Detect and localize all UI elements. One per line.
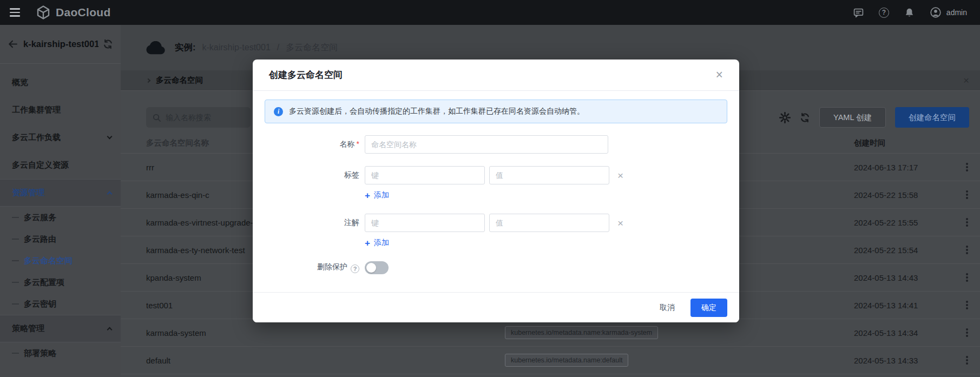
name-field-label: 名称 (340, 140, 355, 148)
created-time: 2024-06-13 17:17 (854, 163, 954, 172)
create-namespace-button[interactable]: 创建命名空间 (895, 107, 969, 128)
modal-close-icon[interactable] (716, 69, 723, 81)
add-label-button[interactable]: 添加 (365, 190, 389, 200)
annotation-value-input[interactable] (489, 214, 609, 232)
tree-dash (12, 239, 19, 240)
created-time: 2024-05-22 15:54 (854, 246, 954, 255)
cancel-button[interactable]: 取消 (660, 303, 675, 313)
tree-dash (12, 217, 19, 218)
row-actions-icon[interactable] (966, 304, 968, 306)
refresh-icon[interactable] (800, 113, 810, 123)
help-tooltip-icon[interactable] (351, 264, 359, 273)
chevron-down-icon (107, 134, 113, 140)
row-actions-icon[interactable] (966, 166, 968, 168)
brand-name: DaoCloud (56, 6, 111, 19)
username[interactable]: admin (946, 8, 967, 17)
sidebar-nav: 概览 工作集群管理 多云工作负载 多云自定义资源 资源管理 多云服务 (0, 64, 121, 364)
sidebar-item-multicloud-routes[interactable]: 多云路由 (0, 228, 121, 250)
sidebar-header: k-kairship-test001 (0, 25, 121, 64)
breadcrumb-separator: / (277, 43, 279, 52)
modal-footer: 取消 确定 (253, 292, 739, 322)
namespace-name[interactable]: default (121, 356, 505, 365)
yaml-create-button[interactable]: YAML 创建 (819, 107, 886, 128)
daocloud-logo-icon (36, 5, 50, 19)
modal-body: 多云资源创建后，会自动传播指定的工作集群，如工作集群已存在同名资源会自动纳管。 … (253, 91, 739, 274)
brand: DaoCloud (36, 5, 111, 19)
sidebar-item-overview[interactable]: 概览 (0, 69, 121, 96)
created-time: 2024-05-13 14:33 (854, 356, 954, 365)
instance-label: 实例: (175, 42, 196, 54)
label-chip: kubernetes.io/metadata.name:karmada-syst… (505, 326, 658, 339)
chevron-up-icon (107, 327, 113, 333)
sidebar-group-resource-management[interactable]: 资源管理 (0, 179, 121, 207)
add-label-row: 添加 (365, 190, 727, 201)
row-actions-icon[interactable] (966, 221, 968, 223)
notification-bell-icon[interactable] (904, 7, 915, 18)
cloud-icon (146, 41, 166, 55)
sidebar-item-multicloud-configmaps[interactable]: 多云配置项 (0, 272, 121, 293)
sidebar-item-custom-resources[interactable]: 多云自定义资源 (0, 151, 121, 179)
chevron-right-icon[interactable] (146, 78, 150, 82)
app-root: DaoCloud (0, 0, 980, 377)
created-time: 2024-05-13 14:43 (854, 273, 954, 282)
label-chip: kubernetes.io/metadata.name:default (505, 354, 628, 367)
instance-name: k-kairship-test001 (23, 39, 98, 49)
delete-protection-toggle[interactable] (365, 261, 389, 274)
labels-field-label: 标签 (265, 170, 365, 180)
plus-icon (365, 239, 370, 248)
modal-header: 创建多云命名空间 (253, 59, 739, 91)
help-icon[interactable] (879, 8, 889, 18)
tree-dash (12, 353, 19, 354)
table-row: karmada-system kubernetes.io/metadata.na… (121, 319, 980, 347)
close-icon[interactable] (963, 75, 969, 85)
row-actions-icon[interactable] (966, 249, 968, 251)
namespace-name[interactable]: karmada-system (121, 328, 505, 338)
annotations-field-row: 注解 (265, 214, 727, 232)
namespace-name-input[interactable] (365, 135, 608, 154)
sidebar-item-multicloud-namespaces[interactable]: 多云命名空间 (0, 250, 121, 272)
created-time: 2024-05-13 14:34 (854, 328, 954, 338)
topbar: DaoCloud (0, 0, 980, 25)
add-annotation-button[interactable]: 添加 (365, 238, 389, 248)
hamburger-menu-icon[interactable] (10, 8, 20, 17)
label-value-input[interactable] (489, 166, 609, 184)
sidebar-item-multicloud-workloads[interactable]: 多云工作负载 (0, 124, 121, 151)
tree-dash (12, 260, 19, 261)
row-actions-icon[interactable] (966, 276, 968, 279)
user-menu[interactable]: admin (930, 6, 967, 18)
row-actions-icon[interactable] (966, 332, 968, 334)
info-banner-text: 多云资源创建后，会自动传播指定的工作集群，如工作集群已存在同名资源会自动纳管。 (289, 107, 584, 116)
create-namespace-modal: 创建多云命名空间 多云资源创建后，会自动传播指定的工作集群，如工作集群已存在同名… (253, 59, 739, 322)
gear-icon[interactable] (779, 112, 791, 123)
avatar-icon[interactable] (930, 6, 942, 18)
switch-instance-icon[interactable] (103, 39, 113, 49)
add-annotation-row: 添加 (365, 237, 727, 248)
sidebar-item-cluster-management[interactable]: 工作集群管理 (0, 96, 121, 124)
sidebar-item-multicloud-services[interactable]: 多云服务 (0, 207, 121, 228)
search-input[interactable] (166, 113, 245, 122)
message-icon[interactable] (853, 7, 864, 18)
tree-dash (12, 282, 19, 283)
annotations-field-label: 注解 (265, 218, 365, 228)
plus-icon (365, 191, 370, 200)
breadcrumb-instance[interactable]: k-kairship-test001 (202, 43, 271, 52)
delete-protection-label: 删除保护 (317, 262, 347, 271)
sidebar-item-multicloud-secrets[interactable]: 多云密钥 (0, 293, 121, 315)
sidebar-item-deployment-policy[interactable]: 部署策略 (0, 342, 121, 364)
info-icon (274, 107, 283, 116)
sidebar: k-kairship-test001 概览 工作集群管理 多云工作负载 多云自定… (0, 25, 121, 377)
modal-title: 创建多云命名空间 (269, 69, 716, 81)
breadcrumb-current: 多云命名空间 (286, 42, 338, 54)
remove-label-icon[interactable] (617, 170, 623, 181)
row-actions-icon[interactable] (966, 359, 968, 361)
back-arrow-icon[interactable] (8, 39, 18, 49)
search-box (146, 107, 251, 128)
row-actions-icon[interactable] (966, 194, 968, 196)
remove-annotation-icon[interactable] (617, 218, 623, 228)
annotation-key-input[interactable] (365, 214, 485, 232)
table-row: default kubernetes.io/metadata.name:defa… (121, 347, 980, 374)
confirm-button[interactable]: 确定 (690, 299, 727, 317)
sidebar-group-policy-management[interactable]: 策略管理 (0, 315, 121, 342)
label-key-input[interactable] (365, 166, 485, 184)
info-banner: 多云资源创建后，会自动传播指定的工作集群，如工作集群已存在同名资源会自动纳管。 (265, 100, 727, 123)
